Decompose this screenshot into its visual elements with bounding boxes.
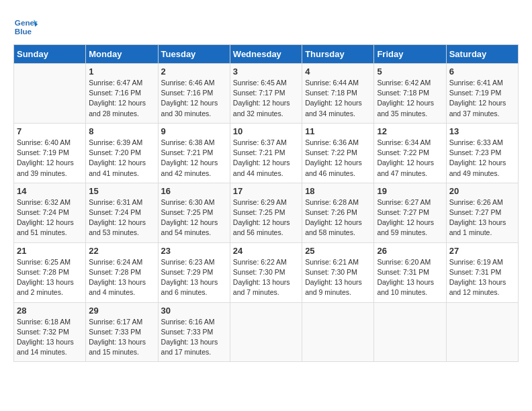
day-info: Sunrise: 6:28 AM Sunset: 7:26 PM Dayligh… [305, 197, 371, 238]
calendar-cell: 21Sunrise: 6:25 AM Sunset: 7:28 PM Dayli… [14, 242, 86, 302]
day-info: Sunrise: 6:30 AM Sunset: 7:25 PM Dayligh… [161, 197, 227, 238]
day-number: 22 [89, 246, 154, 256]
day-number: 1 [89, 66, 154, 77]
calendar-cell: 23Sunrise: 6:23 AM Sunset: 7:29 PM Dayli… [158, 242, 230, 302]
calendar-table: SundayMondayTuesdayWednesdayThursdayFrid… [13, 44, 519, 362]
calendar-cell: 7Sunrise: 6:40 AM Sunset: 7:19 PM Daylig… [14, 123, 86, 183]
day-number: 9 [161, 126, 227, 136]
day-info: Sunrise: 6:45 AM Sunset: 7:17 PM Dayligh… [233, 78, 299, 119]
calendar-cell: 29Sunrise: 6:17 AM Sunset: 7:33 PM Dayli… [86, 302, 158, 362]
day-info: Sunrise: 6:34 AM Sunset: 7:22 PM Dayligh… [377, 138, 443, 179]
calendar-cell: 9Sunrise: 6:38 AM Sunset: 7:21 PM Daylig… [158, 123, 230, 183]
day-number: 21 [17, 246, 83, 256]
day-number: 3 [233, 66, 299, 77]
calendar-cell: 11Sunrise: 6:36 AM Sunset: 7:22 PM Dayli… [302, 123, 374, 183]
calendar-cell: 16Sunrise: 6:30 AM Sunset: 7:25 PM Dayli… [158, 183, 230, 242]
day-info: Sunrise: 6:44 AM Sunset: 7:18 PM Dayligh… [305, 78, 371, 119]
weekday-header: Monday [86, 45, 158, 64]
calendar-cell: 30Sunrise: 6:16 AM Sunset: 7:33 PM Dayli… [158, 302, 230, 362]
day-number: 24 [233, 246, 299, 256]
weekday-header: Wednesday [230, 45, 302, 64]
day-number: 18 [305, 186, 371, 196]
day-number: 14 [17, 186, 83, 196]
logo-icon: General Blue [13, 13, 38, 38]
day-number: 17 [233, 186, 299, 196]
day-number: 7 [17, 126, 83, 136]
calendar-cell: 28Sunrise: 6:18 AM Sunset: 7:32 PM Dayli… [14, 302, 86, 362]
calendar-cell: 12Sunrise: 6:34 AM Sunset: 7:22 PM Dayli… [374, 123, 446, 183]
calendar-cell: 20Sunrise: 6:26 AM Sunset: 7:27 PM Dayli… [446, 183, 518, 242]
day-number: 16 [161, 186, 227, 196]
calendar-cell [446, 302, 518, 362]
svg-text:Blue: Blue [15, 27, 32, 36]
day-number: 6 [449, 66, 515, 77]
day-number: 5 [377, 66, 443, 77]
calendar-cell: 27Sunrise: 6:19 AM Sunset: 7:31 PM Dayli… [446, 242, 518, 302]
day-info: Sunrise: 6:32 AM Sunset: 7:24 PM Dayligh… [17, 197, 83, 238]
day-info: Sunrise: 6:39 AM Sunset: 7:20 PM Dayligh… [89, 138, 154, 179]
calendar-cell [230, 302, 302, 362]
day-info: Sunrise: 6:36 AM Sunset: 7:22 PM Dayligh… [305, 138, 371, 179]
calendar-cell: 3Sunrise: 6:45 AM Sunset: 7:17 PM Daylig… [230, 64, 302, 124]
day-info: Sunrise: 6:38 AM Sunset: 7:21 PM Dayligh… [161, 138, 227, 179]
day-info: Sunrise: 6:22 AM Sunset: 7:30 PM Dayligh… [233, 257, 299, 298]
calendar-cell: 8Sunrise: 6:39 AM Sunset: 7:20 PM Daylig… [86, 123, 158, 183]
calendar-cell: 15Sunrise: 6:31 AM Sunset: 7:24 PM Dayli… [86, 183, 158, 242]
calendar-cell: 14Sunrise: 6:32 AM Sunset: 7:24 PM Dayli… [14, 183, 86, 242]
day-number: 15 [89, 186, 154, 196]
day-info: Sunrise: 6:16 AM Sunset: 7:33 PM Dayligh… [161, 317, 227, 358]
day-number: 8 [89, 126, 154, 136]
calendar-cell: 17Sunrise: 6:29 AM Sunset: 7:25 PM Dayli… [230, 183, 302, 242]
day-info: Sunrise: 6:46 AM Sunset: 7:16 PM Dayligh… [161, 78, 227, 119]
calendar-cell [302, 302, 374, 362]
day-info: Sunrise: 6:31 AM Sunset: 7:24 PM Dayligh… [89, 197, 154, 238]
day-info: Sunrise: 6:33 AM Sunset: 7:23 PM Dayligh… [449, 138, 515, 179]
calendar-week-row: 28Sunrise: 6:18 AM Sunset: 7:32 PM Dayli… [14, 302, 519, 362]
calendar-cell [14, 64, 86, 124]
day-info: Sunrise: 6:37 AM Sunset: 7:21 PM Dayligh… [233, 138, 299, 179]
day-info: Sunrise: 6:23 AM Sunset: 7:29 PM Dayligh… [161, 257, 227, 298]
day-number: 19 [377, 186, 443, 196]
calendar-cell: 22Sunrise: 6:24 AM Sunset: 7:28 PM Dayli… [86, 242, 158, 302]
day-info: Sunrise: 6:17 AM Sunset: 7:33 PM Dayligh… [89, 317, 154, 358]
day-info: Sunrise: 6:19 AM Sunset: 7:31 PM Dayligh… [449, 257, 515, 298]
weekday-header: Thursday [302, 45, 374, 64]
calendar-week-row: 7Sunrise: 6:40 AM Sunset: 7:19 PM Daylig… [14, 123, 519, 183]
calendar-cell: 6Sunrise: 6:41 AM Sunset: 7:19 PM Daylig… [446, 64, 518, 124]
weekday-header-row: SundayMondayTuesdayWednesdayThursdayFrid… [14, 45, 519, 64]
day-number: 2 [161, 66, 227, 77]
day-number: 29 [89, 306, 154, 316]
calendar-cell: 10Sunrise: 6:37 AM Sunset: 7:21 PM Dayli… [230, 123, 302, 183]
calendar-cell: 19Sunrise: 6:27 AM Sunset: 7:27 PM Dayli… [374, 183, 446, 242]
weekday-header: Tuesday [158, 45, 230, 64]
day-info: Sunrise: 6:18 AM Sunset: 7:32 PM Dayligh… [17, 317, 83, 358]
calendar-cell: 25Sunrise: 6:21 AM Sunset: 7:30 PM Dayli… [302, 242, 374, 302]
day-info: Sunrise: 6:41 AM Sunset: 7:19 PM Dayligh… [449, 78, 515, 119]
calendar-cell: 5Sunrise: 6:42 AM Sunset: 7:18 PM Daylig… [374, 64, 446, 124]
calendar-cell [374, 302, 446, 362]
calendar-cell: 4Sunrise: 6:44 AM Sunset: 7:18 PM Daylig… [302, 64, 374, 124]
calendar-cell: 26Sunrise: 6:20 AM Sunset: 7:31 PM Dayli… [374, 242, 446, 302]
page-header: General Blue [13, 13, 519, 38]
calendar-cell: 1Sunrise: 6:47 AM Sunset: 7:16 PM Daylig… [86, 64, 158, 124]
day-info: Sunrise: 6:29 AM Sunset: 7:25 PM Dayligh… [233, 197, 299, 238]
calendar-cell: 2Sunrise: 6:46 AM Sunset: 7:16 PM Daylig… [158, 64, 230, 124]
day-number: 4 [305, 66, 371, 77]
day-info: Sunrise: 6:20 AM Sunset: 7:31 PM Dayligh… [377, 257, 443, 298]
day-number: 27 [449, 246, 515, 256]
day-info: Sunrise: 6:27 AM Sunset: 7:27 PM Dayligh… [377, 197, 443, 238]
day-info: Sunrise: 6:24 AM Sunset: 7:28 PM Dayligh… [89, 257, 154, 298]
day-info: Sunrise: 6:26 AM Sunset: 7:27 PM Dayligh… [449, 197, 515, 238]
calendar-week-row: 14Sunrise: 6:32 AM Sunset: 7:24 PM Dayli… [14, 183, 519, 242]
weekday-header: Sunday [14, 45, 86, 64]
weekday-header: Friday [374, 45, 446, 64]
day-number: 11 [305, 126, 371, 136]
day-info: Sunrise: 6:25 AM Sunset: 7:28 PM Dayligh… [17, 257, 83, 298]
calendar-cell: 13Sunrise: 6:33 AM Sunset: 7:23 PM Dayli… [446, 123, 518, 183]
day-number: 12 [377, 126, 443, 136]
day-info: Sunrise: 6:47 AM Sunset: 7:16 PM Dayligh… [89, 78, 154, 119]
day-number: 25 [305, 246, 371, 256]
day-info: Sunrise: 6:21 AM Sunset: 7:30 PM Dayligh… [305, 257, 371, 298]
day-number: 28 [17, 306, 83, 316]
weekday-header: Saturday [446, 45, 518, 64]
